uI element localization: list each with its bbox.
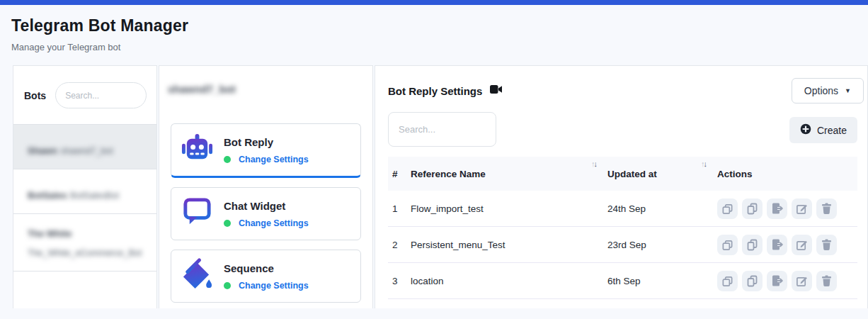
bot-list-item[interactable] <box>13 271 156 296</box>
column-header-actions: Actions <box>713 169 857 179</box>
page-title: Telegram Bot Manager <box>11 16 857 35</box>
robot-icon <box>181 132 214 168</box>
bots-label: Bots <box>24 90 46 101</box>
bots-search-input[interactable] <box>55 82 147 108</box>
settings-title: Bot Reply Settings <box>388 85 482 97</box>
top-accent-bar <box>0 0 868 5</box>
page-header: Telegram Bot Manager Manage your Telegra… <box>0 5 868 65</box>
bot-list-item[interactable]: Shawn shawnd7_bot <box>13 124 156 169</box>
export-action-button[interactable] <box>767 271 787 291</box>
plus-circle-icon <box>800 123 811 137</box>
status-dot-icon <box>224 220 231 227</box>
bot-username: BotSalesBot <box>70 191 119 201</box>
bot-name: Shawn <box>28 145 57 156</box>
bot-list-item[interactable]: The White The_White_eCommerce_Bot <box>13 213 156 271</box>
module-card-chat-widget[interactable]: Chat Widget Change Settings <box>171 187 361 240</box>
create-button-label: Create <box>817 125 847 136</box>
column-header-num: # <box>388 169 406 179</box>
paint-bucket-icon <box>181 258 214 294</box>
bot-username: The_White_eCommerce_Bot <box>28 248 142 258</box>
change-settings-link[interactable]: Change Settings <box>239 281 309 291</box>
delete-action-button[interactable] <box>816 198 837 219</box>
options-button-label: Options <box>804 85 838 96</box>
duplicate-action-button[interactable] <box>717 271 738 291</box>
status-dot-icon <box>224 156 231 163</box>
page-subtitle: Manage your Telegram bot <box>11 42 857 52</box>
bot-name: The White <box>28 228 72 239</box>
module-card-sequence[interactable]: Sequence Change Settings <box>171 250 361 303</box>
table-header-row: # Reference Name ↑↓ Updated at ↑↓ Action… <box>388 157 857 191</box>
bot-reply-settings-panel: Bot Reply Settings Options ▼ <box>375 65 868 308</box>
edit-action-button[interactable] <box>792 235 812 255</box>
video-camera-icon[interactable] <box>490 84 503 97</box>
row-actions <box>713 235 857 255</box>
table-row: 3 location 6th Sep <box>388 263 857 299</box>
copy-action-button[interactable] <box>742 271 763 291</box>
change-settings-link[interactable]: Change Settings <box>239 155 309 164</box>
selected-bot-title: shawnd7_bot <box>168 83 236 95</box>
module-card-title: Sequence <box>224 262 309 274</box>
change-settings-link[interactable]: Change Settings <box>239 218 309 228</box>
module-card-title: Bot Reply <box>224 136 309 148</box>
module-card-body: Sequence Change Settings <box>224 262 309 291</box>
bot-modules-panel: shawnd7_bot <box>159 65 373 308</box>
delete-action-button[interactable] <box>816 235 837 255</box>
export-action-button[interactable] <box>767 198 787 219</box>
row-number: 1 <box>388 203 406 214</box>
reference-name-cell: Persistent_menu_Test <box>406 240 603 250</box>
updated-at-cell: 6th Sep <box>603 276 713 286</box>
create-button[interactable]: Create <box>789 117 857 143</box>
settings-toolbar: Create <box>375 109 867 155</box>
module-card-body: Chat Widget Change Settings <box>224 200 309 228</box>
table-row: 1 Flow_import_test 24th Sep <box>388 191 857 227</box>
options-button[interactable]: Options ▼ <box>792 78 864 103</box>
column-header-updated-at[interactable]: Updated at ↑↓ <box>603 169 713 179</box>
row-number: 3 <box>388 276 406 286</box>
bot-list-item[interactable]: BotSales BotSalesBot <box>13 169 156 213</box>
module-card-bot-reply[interactable]: Bot Reply Change Settings <box>171 123 361 178</box>
bot-name: BotSales <box>28 190 67 201</box>
reference-name-cell: Flow_import_test <box>406 203 603 214</box>
content-area: Bots Shawn shawnd7_bot BotSales BotSales… <box>0 65 868 308</box>
bot-username: shawnd7_bot <box>60 146 113 156</box>
settings-search-input[interactable] <box>388 112 496 147</box>
settings-header: Bot Reply Settings Options ▼ <box>375 66 867 109</box>
sort-icon[interactable]: ↑↓ <box>701 160 706 168</box>
duplicate-action-button[interactable] <box>717 235 738 255</box>
edit-action-button[interactable] <box>792 198 812 219</box>
chat-bubble-icon <box>181 196 214 232</box>
column-header-reference-name[interactable]: Reference Name ↑↓ <box>406 169 603 179</box>
module-card-body: Bot Reply Change Settings <box>224 136 309 164</box>
row-actions <box>713 198 857 219</box>
reference-name-cell: location <box>406 276 603 286</box>
row-actions <box>713 271 857 291</box>
updated-at-cell: 24th Sep <box>603 203 713 214</box>
edit-action-button[interactable] <box>792 271 812 291</box>
copy-action-button[interactable] <box>742 235 763 255</box>
row-number: 2 <box>388 240 406 250</box>
chevron-down-icon: ▼ <box>845 87 851 94</box>
bots-panel-header: Bots <box>13 66 156 124</box>
table-row: 2 Persistent_menu_Test 23rd Sep <box>388 227 857 263</box>
delete-action-button[interactable] <box>816 271 837 291</box>
copy-action-button[interactable] <box>742 198 763 219</box>
bot-reply-table: # Reference Name ↑↓ Updated at ↑↓ Action… <box>388 157 857 299</box>
module-card-title: Chat Widget <box>224 200 309 212</box>
module-cards: Bot Reply Change Settings Chat Widget <box>159 123 372 308</box>
export-action-button[interactable] <box>767 235 787 255</box>
sort-icon[interactable]: ↑↓ <box>591 160 596 168</box>
status-dot-icon <box>224 282 231 289</box>
updated-at-cell: 23rd Sep <box>603 240 713 250</box>
bots-panel: Bots Shawn shawnd7_bot BotSales BotSales… <box>13 65 157 308</box>
duplicate-action-button[interactable] <box>717 198 738 219</box>
